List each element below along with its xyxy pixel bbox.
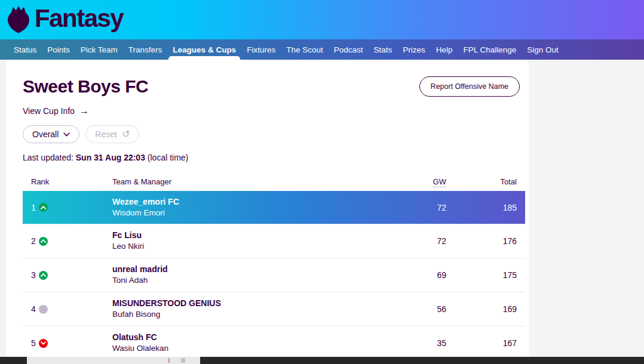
last-updated-datetime: Sun 31 Aug 22:03	[76, 153, 145, 162]
fantasy-logo[interactable]: Fantasy	[5, 4, 123, 35]
rank-number: 4	[31, 304, 36, 314]
manager-name: Wisdom Emori	[112, 208, 369, 218]
fpl-app: Fantasy Status Points Pick Team Transfer…	[0, 0, 644, 364]
nav-item-sign-out[interactable]: Sign Out	[522, 39, 564, 60]
movement-down-icon	[39, 339, 48, 348]
header-rank: Rank	[23, 177, 112, 186]
nav-item-points[interactable]: Points	[42, 39, 75, 60]
standings-table: Rank Team & Manager GW Total 1 Wezee_emo…	[23, 172, 525, 357]
table-row: 4 MISUNDERSTOOD GENIUS Bufah Bisong 56 1…	[23, 292, 525, 326]
table-row: 1 Wezee_emori FC Wisdom Emori 72 185	[23, 191, 525, 224]
main-nav: Status Points Pick Team Transfers League…	[0, 39, 644, 60]
gw-points: 56	[369, 304, 446, 314]
reset-button[interactable]: Reset ↺	[85, 125, 139, 143]
team-name[interactable]: Fc Lisu	[112, 230, 369, 241]
arrow-right-icon: →	[79, 106, 89, 116]
nav-item-stats[interactable]: Stats	[368, 39, 397, 60]
nav-item-leagues-cups[interactable]: Leagues & Cups	[167, 39, 241, 60]
nav-item-podcast[interactable]: Podcast	[329, 39, 369, 60]
nav-item-status[interactable]: Status	[8, 39, 42, 60]
nav-item-help[interactable]: Help	[431, 39, 458, 60]
nav-item-fpl-challenge[interactable]: FPL Challenge	[458, 39, 522, 60]
gw-points: 35	[369, 338, 446, 348]
bottom-partial-element	[0, 357, 644, 364]
table-row: 5 Olatush FC Wasiu Olalekan 35 167	[23, 326, 525, 357]
rank-number: 1	[31, 203, 36, 212]
team-name[interactable]: Olatush FC	[112, 332, 369, 343]
table-row: 3 unreal madrid Toni Adah 69 175	[23, 258, 525, 292]
movement-up-icon	[39, 271, 48, 280]
nav-item-prizes[interactable]: Prizes	[397, 39, 431, 60]
total-points: 175	[446, 270, 525, 280]
nav-item-transfers[interactable]: Transfers	[123, 39, 168, 60]
page-background: Sweet Boys FC Report Offensive Name View…	[0, 60, 644, 357]
bottom-partial-bar	[27, 357, 200, 364]
team-name[interactable]: unreal madrid	[112, 264, 369, 275]
table-body: 1 Wezee_emori FC Wisdom Emori 72 185 2 F…	[23, 191, 525, 357]
manager-name: Toni Adah	[112, 275, 369, 286]
header-gw: GW	[369, 177, 446, 186]
nav-item-the-scout[interactable]: The Scout	[281, 39, 329, 60]
premier-league-lion-icon	[5, 4, 32, 35]
movement-same-icon	[39, 305, 48, 314]
page-title: Sweet Boys FC	[17, 76, 148, 97]
phase-filter-dropdown[interactable]: Overall	[23, 125, 79, 143]
gw-points: 72	[369, 203, 446, 212]
chevron-down-icon	[63, 132, 70, 137]
last-updated-text: Last updated: Sun 31 Aug 22:03 (local ti…	[23, 153, 520, 162]
movement-up-icon	[39, 203, 48, 212]
total-points: 167	[446, 338, 525, 348]
table-header-row: Rank Team & Manager GW Total	[23, 172, 525, 191]
bottom-bar-orange-tick	[168, 358, 170, 363]
reset-label: Reset	[95, 129, 117, 139]
nav-item-pick-team[interactable]: Pick Team	[75, 39, 123, 60]
bottom-bar-gray-tick	[181, 358, 185, 363]
view-cup-info-label: View Cup Info	[23, 106, 75, 116]
phase-filter-value: Overall	[32, 129, 59, 139]
total-points: 176	[446, 236, 525, 246]
manager-name: Bufah Bisong	[112, 309, 369, 320]
team-name[interactable]: Wezee_emori FC	[112, 196, 369, 208]
rank-number: 3	[31, 270, 36, 280]
manager-name: Wasiu Olalekan	[112, 343, 369, 354]
nav-item-fixtures[interactable]: Fixtures	[241, 39, 281, 60]
report-offensive-name-button[interactable]: Report Offensive Name	[419, 76, 520, 97]
league-card: Sweet Boys FC Report Offensive Name View…	[6, 60, 529, 357]
header-team-manager: Team & Manager	[112, 177, 369, 186]
total-points: 169	[446, 304, 525, 314]
total-points: 185	[446, 203, 525, 212]
movement-up-icon	[39, 237, 48, 246]
reset-undo-icon: ↺	[122, 129, 130, 139]
table-row: 2 Fc Lisu Leo Nkiri 72 176	[23, 224, 525, 258]
gw-points: 69	[369, 270, 446, 280]
rank-number: 5	[31, 338, 36, 348]
header-total: Total	[446, 177, 525, 186]
gw-points: 72	[369, 236, 446, 246]
top-banner: Fantasy	[0, 0, 644, 39]
manager-name: Leo Nkiri	[112, 241, 369, 252]
team-name[interactable]: MISUNDERSTOOD GENIUS	[112, 298, 369, 309]
fantasy-wordmark: Fantasy	[35, 6, 123, 33]
rank-number: 2	[31, 236, 36, 246]
view-cup-info-link[interactable]: View Cup Info →	[23, 106, 89, 116]
